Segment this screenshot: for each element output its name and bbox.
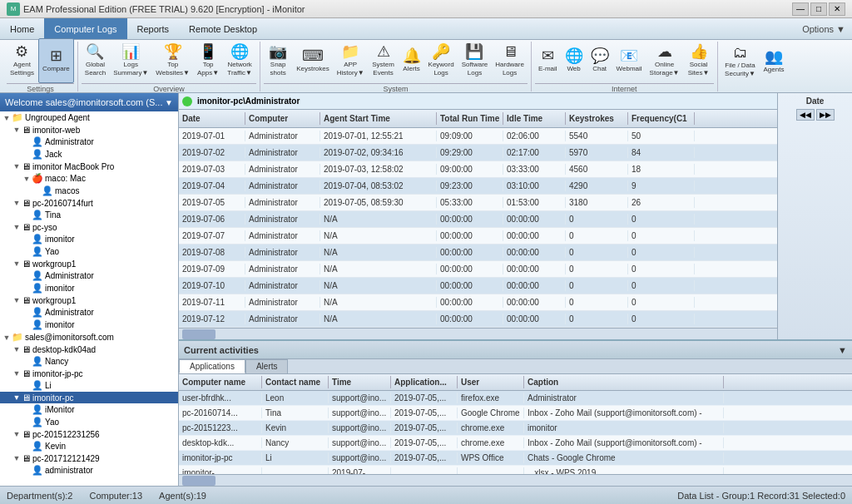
tree-item-workgroup1b[interactable]: ▼ 🖥 workgroup1 — [0, 294, 178, 306]
agents-button[interactable]: 👥 Agents — [760, 39, 788, 84]
email-button[interactable]: ✉ E-mail — [535, 38, 561, 83]
tree-expand-mac[interactable]: ▼ — [22, 175, 32, 183]
table-row[interactable]: 2019-07-07 Administrator N/A 00:00:00 00… — [179, 228, 777, 245]
tree-item-administrator-1[interactable]: 👤 Administrator — [0, 136, 178, 148]
tree-item-yao[interactable]: 👤 Yao — [0, 245, 178, 258]
tree-item-jack[interactable]: 👤 Jack — [0, 148, 178, 161]
table-row[interactable]: 2019-07-05 Administrator 2019-07-05, 08:… — [179, 195, 777, 211]
list-item[interactable]: user-bfrdhk... Leon support@ino... 2019-… — [179, 391, 852, 406]
tree-expand-pc2015[interactable]: ▼ — [12, 430, 22, 438]
table-row[interactable]: 2019-07-04 Administrator 2019-07-04, 08:… — [179, 178, 777, 195]
table-row[interactable]: 2019-07-11 Administrator N/A 00:00:00 00… — [179, 294, 777, 311]
tree-item-macbook[interactable]: ▼ 🖥 imonitor MacBook Pro — [0, 161, 178, 172]
col-header-computer[interactable]: Computer — [245, 112, 320, 125]
table-row[interactable]: 2019-07-02 Administrator 2019-07-02, 09:… — [179, 145, 777, 161]
tree-item-li[interactable]: 👤 Li — [0, 379, 178, 392]
tree-expand-imonitor-jp[interactable]: ▼ — [12, 369, 22, 378]
network-traffic-button[interactable]: 🌐 NetworkTraffic▼ — [223, 38, 256, 83]
menu-reports[interactable]: Reports — [127, 18, 180, 39]
col-header-date[interactable]: Date — [179, 112, 245, 125]
table-row[interactable]: 2019-07-01 Administrator 2019-07-01, 12:… — [179, 128, 777, 145]
software-logs-button[interactable]: 💾 SoftwareLogs — [458, 38, 492, 83]
system-events-button[interactable]: ⚠ SystemEvents — [369, 38, 399, 83]
sidebar-expand-btn[interactable]: ▼ — [165, 98, 173, 107]
activities-hscroll-thumb[interactable] — [182, 476, 215, 486]
global-search-button[interactable]: 🔍 GlobalSearch — [82, 38, 109, 83]
tree-expand-desktop-kdk[interactable]: ▼ — [12, 345, 22, 353]
tree-item-pc2015[interactable]: ▼ 🖥 pc-201512231256 — [0, 428, 178, 440]
tree-item-imonitor-wg1b[interactable]: 👤 imonitor — [0, 319, 178, 331]
tree-item-macos[interactable]: 👤 macos — [0, 185, 178, 197]
tree-expand-workgroup1[interactable]: ▼ — [12, 259, 22, 268]
tree-expand-sales[interactable]: ▼ — [2, 334, 12, 342]
tree-item-ungrouped[interactable]: ▼ 📁 Ungrouped Agent — [0, 111, 178, 124]
top-apps-button[interactable]: 📱 TopApps▼ — [194, 38, 222, 83]
tree-item-imonitor-wg1[interactable]: 👤 imonitor — [0, 282, 178, 294]
tree-item-nancy[interactable]: 👤 Nancy — [0, 355, 178, 368]
options-menu[interactable]: Options ▼ — [802, 24, 852, 34]
tree-expand-workgroup1b[interactable]: ▼ — [12, 296, 22, 304]
tree-item-imonitor-jp[interactable]: ▼ 🖥 imonitor-jp-pc — [0, 368, 178, 379]
list-item[interactable]: pc-20160714... Tina support@ino... 2019-… — [179, 406, 852, 421]
tree-item-pcyso[interactable]: ▼ 🖥 pc-yso — [0, 221, 178, 233]
menu-computer-logs[interactable]: Computer Logs — [44, 18, 126, 39]
tree-expand-ungrouped[interactable]: ▼ — [2, 114, 12, 122]
lcol-header-computer[interactable]: Computer name — [179, 376, 262, 388]
web-button[interactable]: 🌐 Web — [562, 38, 587, 83]
logs-summary-button[interactable]: 📊 LogsSummary▼ — [110, 38, 151, 83]
snapshots-button[interactable]: 📷 Snapshots — [264, 38, 292, 83]
date-next-button[interactable]: ▶▶ — [816, 109, 835, 121]
tree-expand-macbook[interactable]: ▼ — [12, 162, 22, 170]
menu-remote-desktop[interactable]: Remote Desktop — [179, 18, 267, 39]
tree-item-admin-wg1b[interactable]: 👤 Administrator — [0, 306, 178, 319]
file-data-security-button[interactable]: 🗂 File / DataSecurity▼ — [721, 39, 760, 84]
app-history-button[interactable]: 📁 APPHistory▼ — [334, 38, 368, 83]
top-websites-button[interactable]: 🏆 TopWebsites▼ — [152, 38, 193, 83]
hscroll-thumb[interactable] — [182, 329, 215, 339]
list-item[interactable]: pc-20151223... Kevin support@ino... 2019… — [179, 421, 852, 436]
tree-item-imonitor-web[interactable]: ▼ 🖥 imonitor-web — [0, 124, 178, 136]
list-item[interactable]: desktop-kdk... Nancy support@ino... 2019… — [179, 436, 852, 451]
date-prev-button[interactable]: ◀◀ — [796, 109, 815, 121]
tree-item-imonitor-user[interactable]: 👤 imonitor — [0, 233, 178, 245]
tree-expand-pcyso[interactable]: ▼ — [12, 223, 22, 231]
col-header-idle[interactable]: Idle Time — [503, 112, 566, 125]
table-row[interactable]: 2019-07-08 Administrator N/A 00:00:00 00… — [179, 245, 777, 261]
lcol-header-time[interactable]: Time — [329, 376, 391, 388]
tree-item-admin-wg1[interactable]: 👤 Administrator — [0, 269, 178, 282]
maximize-button[interactable]: □ — [810, 2, 827, 16]
tree-item-kevin[interactable]: 👤 Kevin — [0, 440, 178, 452]
chat-button[interactable]: 💬 Chat — [587, 38, 612, 83]
hardware-logs-button[interactable]: 🖥 HardwareLogs — [492, 38, 528, 83]
tree-expand-pc2016[interactable]: ▼ — [12, 199, 22, 207]
activities-panel-expand[interactable]: ▼ — [838, 345, 847, 355]
agent-settings-button[interactable]: ⚙ AgentSettings — [7, 38, 37, 83]
compare-button[interactable]: ⊞ Compare — [38, 38, 74, 83]
table-row[interactable]: 2019-07-03 Administrator 2019-07-03, 12:… — [179, 161, 777, 178]
menu-home[interactable]: Home — [0, 18, 44, 39]
tree-item-desktop-kdk[interactable]: ▼ 🖥 desktop-kdk04ad — [0, 343, 178, 355]
alerts-button[interactable]: 🔔 Alerts — [399, 38, 424, 83]
list-item[interactable]: imonitor-jp-pc Li support@ino... 2019-07… — [179, 451, 852, 466]
table-row[interactable]: 2019-07-12 Administrator N/A 00:00:00 00… — [179, 311, 777, 328]
close-button[interactable]: ✕ — [829, 2, 845, 16]
grid-hscroll[interactable] — [179, 328, 777, 339]
table-row[interactable]: 2019-07-09 Administrator N/A 00:00:00 00… — [179, 261, 777, 278]
col-header-keys[interactable]: Keystrokes — [566, 112, 628, 125]
social-sites-button[interactable]: 👍 SocialSites▼ — [684, 38, 714, 83]
tree-expand-imonitor-web[interactable]: ▼ — [12, 126, 22, 134]
minimize-button[interactable]: — — [792, 2, 809, 16]
tree-item-mac[interactable]: ▼ 🍎 maco: Mac — [0, 172, 178, 185]
tree-item-yao2[interactable]: 👤 Yao — [0, 416, 178, 428]
lcol-header-contact[interactable]: Contact name — [262, 376, 329, 388]
table-row[interactable]: 2019-07-06 Administrator N/A 00:00:00 00… — [179, 211, 777, 228]
lcol-header-app[interactable]: Application... — [391, 376, 458, 388]
activities-hscroll[interactable] — [179, 474, 852, 486]
lcol-header-caption[interactable]: Caption — [524, 376, 724, 388]
tree-expand-imonitor-pc[interactable]: ▼ — [12, 393, 22, 402]
tree-expand-pc2017[interactable]: ▼ — [12, 454, 22, 462]
tree-item-tina[interactable]: 👤 Tina — [0, 209, 178, 221]
tree-item-pc2017[interactable]: ▼ 🖥 pc-201712121429 — [0, 452, 178, 464]
tree-item-sales[interactable]: ▼ 📁 sales@imonitorsoft.com — [0, 331, 178, 343]
tab-alerts[interactable]: Alerts — [245, 359, 289, 373]
